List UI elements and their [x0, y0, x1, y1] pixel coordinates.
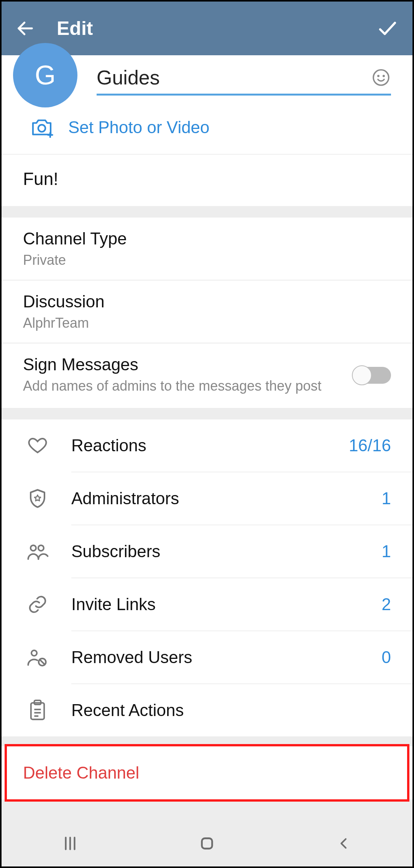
svg-line-11: [40, 660, 45, 665]
sign-messages-row[interactable]: Sign Messages Add names of admins to the…: [2, 343, 412, 408]
sign-messages-label: Sign Messages: [23, 355, 391, 374]
back-button[interactable]: [15, 18, 38, 38]
administrators-count: 1: [382, 489, 391, 508]
channel-avatar[interactable]: G: [13, 43, 77, 107]
invite-links-label: Invite Links: [71, 595, 382, 614]
toggle-thumb: [352, 365, 372, 385]
recent-actions-row[interactable]: Recent Actions: [23, 684, 412, 736]
discussion-row[interactable]: Discussion AlphrTeam: [2, 281, 412, 343]
discussion-label: Discussion: [23, 292, 391, 311]
shield-star-icon: [27, 488, 48, 509]
channel-type-label: Channel Type: [23, 229, 391, 248]
channel-description-input[interactable]: Fun!: [2, 154, 412, 206]
home-button[interactable]: [169, 835, 245, 852]
reactions-label: Reactions: [71, 436, 349, 455]
reactions-count: 16/16: [349, 436, 391, 455]
channel-name-section: G Set Photo or Video: [2, 55, 412, 154]
svg-point-2: [378, 76, 379, 76]
emoji-button[interactable]: [371, 68, 391, 87]
recents-icon: [61, 835, 79, 852]
camera-icon: [30, 117, 53, 138]
app-header: Edit: [2, 2, 412, 55]
channel-type-value: Private: [23, 252, 391, 268]
recents-button[interactable]: [32, 835, 108, 852]
removed-users-row[interactable]: Removed Users 0: [23, 631, 412, 683]
recent-actions-label: Recent Actions: [71, 701, 391, 720]
link-icon: [27, 594, 48, 615]
system-navbar: [2, 820, 412, 866]
people-icon: [26, 541, 49, 562]
clipboard-icon: [28, 700, 47, 721]
svg-point-8: [38, 545, 44, 551]
heart-icon: [27, 435, 48, 456]
home-icon: [198, 835, 216, 852]
administrators-row[interactable]: Administrators 1: [23, 472, 412, 525]
section-divider: [2, 799, 412, 820]
svg-point-7: [31, 545, 36, 551]
administrators-label: Administrators: [71, 489, 382, 508]
toggle-track: [353, 367, 391, 384]
invite-links-count: 2: [382, 595, 391, 614]
svg-point-1: [373, 70, 389, 85]
removed-users-label: Removed Users: [71, 648, 382, 667]
section-divider: [2, 206, 412, 218]
svg-rect-12: [31, 703, 44, 719]
nav-back-button[interactable]: [306, 835, 382, 852]
chevron-left-icon: [336, 835, 352, 852]
svg-point-9: [31, 650, 37, 656]
channel-name-input[interactable]: [97, 66, 371, 89]
svg-rect-20: [202, 838, 212, 849]
avatar-letter: G: [35, 60, 56, 91]
section-divider: [2, 408, 412, 419]
channel-type-row[interactable]: Channel Type Private: [2, 218, 412, 281]
reactions-row[interactable]: Reactions 16/16: [23, 419, 412, 472]
confirm-button[interactable]: [376, 17, 399, 40]
set-photo-row[interactable]: Set Photo or Video: [23, 96, 391, 154]
highlight-annotation: [5, 744, 409, 802]
header-title: Edit: [57, 17, 376, 40]
set-photo-label: Set Photo or Video: [68, 118, 210, 137]
channel-description-text: Fun!: [23, 169, 58, 189]
subscribers-label: Subscribers: [71, 542, 382, 561]
sign-messages-desc: Add names of admins to the messages they…: [23, 378, 322, 394]
smile-icon: [372, 68, 390, 87]
user-blocked-icon: [26, 647, 49, 668]
invite-links-row[interactable]: Invite Links 2: [23, 578, 412, 630]
sign-messages-toggle[interactable]: [353, 366, 391, 385]
removed-users-count: 0: [382, 648, 391, 667]
svg-point-4: [38, 125, 45, 132]
svg-point-3: [383, 76, 384, 76]
subscribers-count: 1: [382, 542, 391, 561]
arrow-left-icon: [15, 18, 35, 38]
discussion-value: AlphrTeam: [23, 315, 391, 331]
check-icon: [376, 17, 399, 40]
subscribers-row[interactable]: Subscribers 1: [23, 525, 412, 578]
